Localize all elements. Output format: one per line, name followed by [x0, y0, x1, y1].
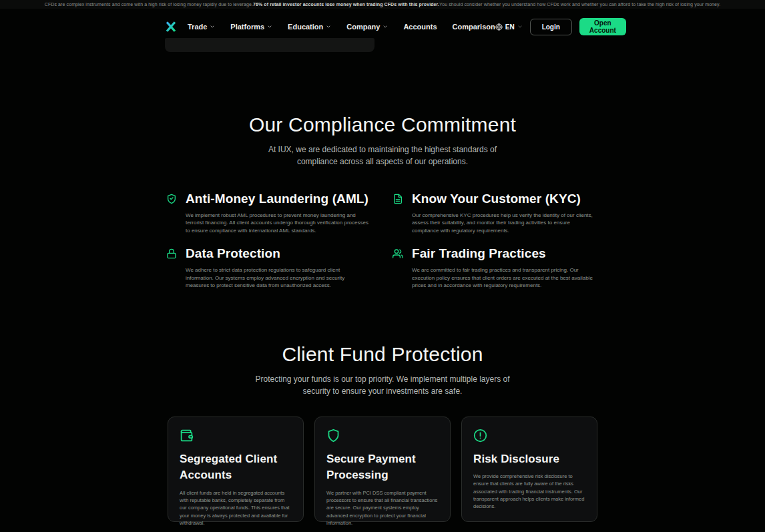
compliance-grid: Anti-Money Laundering (AML) We implement…	[166, 192, 599, 290]
compliance-item-fair-trading: Fair Trading Practices We are committed …	[393, 246, 599, 290]
shield-check-icon	[166, 194, 177, 204]
card-title: Secure Payment Processing	[326, 451, 439, 484]
page: CFDs are complex instruments and come wi…	[0, 0, 765, 532]
lock-icon	[166, 248, 177, 259]
card-segregated-accounts: Segregated Client Accounts All client fu…	[168, 417, 304, 522]
compliance-section-title: Our Compliance Commitment	[0, 113, 765, 137]
chevron-down-icon	[326, 24, 331, 29]
nav-item-accounts[interactable]: Accounts	[403, 23, 437, 31]
nav-item-label: Accounts	[403, 23, 437, 31]
compliance-item-aml: Anti-Money Laundering (AML) We implement…	[166, 192, 372, 235]
wallet-icon	[180, 429, 194, 443]
alert-circle-icon	[473, 429, 487, 443]
compliance-item-title: Anti-Money Laundering (AML)	[186, 192, 368, 206]
nav-links: Trade Platforms Education Company Accoun…	[188, 23, 495, 31]
card-body: We provide comprehensive risk disclosure…	[473, 473, 585, 510]
nav-right: EN Login Open Account	[495, 18, 626, 35]
nav-item-label: Comparison	[453, 23, 495, 31]
chevron-down-icon	[382, 24, 388, 29]
fund-protection-subtitle: Protecting your funds is our top priorit…	[255, 373, 510, 397]
compliance-item-body: We are committed to fair trading practic…	[412, 266, 595, 290]
nav-item-label: Company	[346, 23, 380, 31]
compliance-item-title: Know Your Customer (KYC)	[412, 192, 581, 206]
compliance-item-kyc: Know Your Customer (KYC) Our comprehensi…	[393, 192, 599, 235]
navbar: Trade Platforms Education Company Accoun…	[0, 17, 765, 36]
language-selector[interactable]: EN	[495, 23, 523, 31]
card-body: We partner with PCI DSS compliant paymen…	[326, 489, 439, 527]
open-account-button[interactable]: Open Account	[579, 18, 626, 35]
compliance-item-title: Fair Trading Practices	[412, 246, 546, 261]
risk-warning-text: CFDs are complex instruments and come wi…	[45, 2, 253, 7]
risk-warning-text-bold: 76% of retail investor accounts lose mon…	[253, 2, 439, 7]
compliance-item-title: Data Protection	[186, 246, 280, 261]
nav-item-platforms[interactable]: Platforms	[230, 23, 272, 31]
file-text-icon	[393, 194, 403, 204]
compliance-section-subtitle: At IUX, we are dedicated to maintaining …	[255, 144, 510, 168]
card-body: All client funds are held in segregated …	[180, 489, 292, 527]
risk-warning-banner: CFDs are complex instruments and come wi…	[0, 0, 765, 9]
users-icon	[393, 248, 403, 259]
iux-logo-icon	[165, 21, 177, 33]
globe-icon	[495, 23, 503, 31]
nav-item-company[interactable]: Company	[346, 23, 388, 31]
compliance-item-data-protection: Data Protection We adhere to strict data…	[166, 246, 372, 290]
nav-item-trade[interactable]: Trade	[188, 23, 215, 31]
risk-warning-text: You should consider whether you understa…	[439, 2, 720, 7]
compliance-section: Our Compliance Commitment At IUX, we are…	[0, 113, 765, 290]
login-button[interactable]: Login	[530, 19, 572, 35]
language-label: EN	[505, 23, 515, 31]
card-title: Segregated Client Accounts	[180, 451, 292, 484]
chevron-down-icon	[267, 24, 272, 29]
shield-icon	[326, 429, 340, 443]
card-secure-payment: Secure Payment Processing We partner wit…	[314, 417, 451, 522]
chevron-down-icon	[517, 24, 523, 29]
compliance-item-body: We adhere to strict data protection regu…	[186, 266, 368, 290]
fund-protection-section: Client Fund Protection Protecting your f…	[0, 343, 765, 522]
compliance-item-body: Our comprehensive KYC procedures help us…	[412, 212, 595, 235]
fund-protection-cards: Segregated Client Accounts All client fu…	[168, 417, 597, 522]
nav-item-education[interactable]: Education	[288, 23, 331, 31]
nav-item-label: Trade	[188, 23, 207, 31]
nav-item-comparison[interactable]: Comparison	[453, 23, 495, 31]
nav-item-label: Education	[288, 23, 323, 31]
iux-logo[interactable]	[165, 21, 177, 33]
nav-item-label: Platforms	[230, 23, 264, 31]
card-risk-disclosure: Risk Disclosure We provide comprehensive…	[461, 417, 597, 522]
card-title: Risk Disclosure	[473, 451, 585, 468]
fund-protection-title: Client Fund Protection	[0, 343, 765, 366]
chevron-down-icon	[210, 24, 215, 29]
collapsed-panel-remnant	[165, 38, 374, 52]
compliance-item-body: We implement robust AML procedures to pr…	[186, 212, 368, 235]
